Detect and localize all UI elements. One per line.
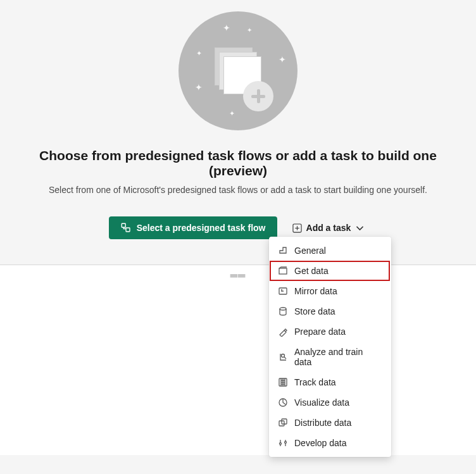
menu-item-label: Visualize data	[294, 397, 349, 408]
menu-item-mirror-data[interactable]: Mirror data	[269, 281, 391, 301]
svg-rect-0	[122, 223, 125, 227]
select-predesigned-button[interactable]: Select a predesigned task flow	[109, 216, 277, 239]
svg-point-6	[282, 354, 285, 358]
menu-item-label: Distribute data	[294, 418, 351, 428]
add-task-button[interactable]: Add a task	[290, 217, 368, 239]
hero-illustration: ✦ ✦ ✦ ✦ ✦ ✦ ✦	[0, 11, 476, 130]
develop-data-icon	[278, 438, 288, 448]
svg-point-11	[280, 443, 282, 445]
page-subheading: Select from one of Microsoft's predesign…	[0, 185, 476, 195]
prepare-data-icon	[278, 327, 288, 337]
menu-item-distribute-data[interactable]: Distribute data	[269, 413, 391, 433]
flow-icon	[120, 222, 132, 234]
plus-square-icon	[292, 223, 302, 233]
primary-button-label: Select a predesigned task flow	[137, 223, 266, 233]
hero-circle: ✦ ✦ ✦ ✦ ✦ ✦ ✦	[178, 11, 298, 130]
menu-item-track-data[interactable]: Track data	[269, 372, 391, 392]
track-data-icon	[278, 377, 288, 387]
menu-item-prepare-data[interactable]: Prepare data	[269, 321, 391, 342]
svg-point-12	[285, 442, 287, 444]
distribute-data-icon	[278, 418, 288, 428]
action-row: Select a predesigned task flow Add a tas…	[0, 216, 476, 239]
menu-item-get-data[interactable]: Get data	[269, 261, 391, 281]
general-icon	[278, 246, 288, 256]
drag-handle[interactable]: ══	[0, 265, 476, 282]
analyze-data-icon	[278, 352, 288, 362]
menu-item-label: General	[294, 246, 326, 256]
menu-item-label: Analyze and train data	[294, 347, 382, 367]
menu-item-label: Store data	[294, 306, 335, 316]
chevron-down-icon	[355, 223, 365, 233]
menu-item-label: Prepare data	[294, 327, 346, 337]
menu-item-label: Develop data	[294, 438, 347, 448]
menu-item-general[interactable]: General	[269, 240, 391, 261]
visualize-data-icon	[278, 397, 288, 408]
plus-icon	[243, 81, 273, 111]
menu-item-analyze-data[interactable]: Analyze and train data	[269, 342, 391, 372]
empty-state-panel: ✦ ✦ ✦ ✦ ✦ ✦ ✦ Choose from predesigned ta…	[0, 0, 476, 265]
menu-item-store-data[interactable]: Store data	[269, 301, 391, 321]
page-heading: Choose from predesigned task flows or ad…	[0, 148, 476, 178]
add-task-menu: General Get data Mirror data Store data …	[269, 237, 391, 457]
menu-item-label: Get data	[294, 266, 329, 276]
mirror-data-icon	[278, 286, 288, 296]
store-data-icon	[278, 306, 288, 316]
svg-rect-3	[279, 268, 287, 274]
lower-panel: ══	[0, 265, 476, 455]
get-data-icon	[278, 266, 288, 276]
menu-item-develop-data[interactable]: Develop data	[269, 433, 391, 453]
menu-item-label: Track data	[294, 377, 336, 387]
svg-point-5	[280, 308, 286, 310]
svg-rect-1	[126, 228, 130, 232]
menu-item-label: Mirror data	[294, 286, 337, 296]
menu-item-visualize-data[interactable]: Visualize data	[269, 392, 391, 413]
secondary-button-label: Add a task	[306, 223, 351, 233]
